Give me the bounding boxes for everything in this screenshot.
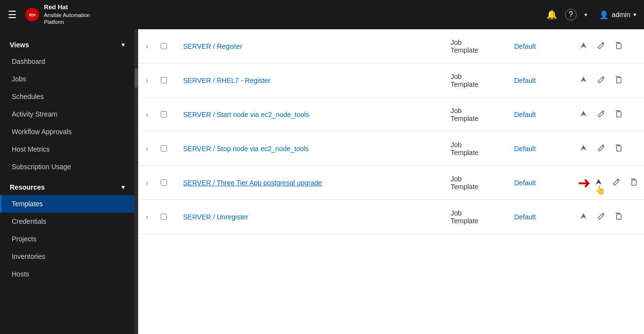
row-type: Job Template	[451, 175, 514, 191]
sidebar-item-activity-stream[interactable]: Activity Stream	[0, 105, 134, 123]
hamburger-menu[interactable]: ☰	[8, 9, 17, 20]
main-layout: Views ▾ Dashboard Jobs Schedules Activit…	[0, 29, 644, 334]
copy-button[interactable]	[613, 210, 624, 224]
user-caret-icon: ▾	[633, 11, 636, 18]
template-link[interactable]: SERVER / Stop node via ec2_node_tools	[183, 145, 309, 153]
redhat-logo-icon: RH	[24, 7, 40, 22]
template-link[interactable]: SERVER / Register	[183, 42, 242, 50]
svg-text:RH: RH	[29, 13, 36, 18]
sidebar-views-header[interactable]: Views ▾	[0, 37, 134, 53]
main-content: › SERVER / Register Job Template Default	[138, 29, 644, 334]
svg-rect-2	[617, 43, 621, 49]
row-checkbox[interactable]	[161, 214, 175, 220]
row-org: Default	[514, 76, 578, 85]
row-expand-btn[interactable]: ›	[146, 111, 161, 118]
org-link[interactable]: Default	[514, 42, 536, 50]
edit-button[interactable]	[595, 74, 607, 87]
launch-button[interactable]: 👆	[593, 176, 604, 190]
row-expand-btn[interactable]: ›	[146, 213, 161, 221]
launch-button[interactable]	[578, 108, 589, 121]
row-type: Job Template	[451, 107, 514, 122]
row-org: Default	[514, 42, 578, 51]
svg-rect-7	[617, 214, 621, 219]
copy-button[interactable]	[628, 176, 640, 190]
user-name-label: admin	[612, 11, 630, 19]
template-link[interactable]: SERVER / Three Tier App postgresql upgra…	[183, 179, 322, 187]
templates-table: › SERVER / Register Job Template Default	[138, 29, 644, 234]
edit-button[interactable]	[595, 39, 607, 53]
table-row-highlighted: › SERVER / Three Tier App postgresql upg…	[138, 166, 644, 200]
row-type: Job Template	[451, 39, 514, 54]
edit-button[interactable]	[595, 108, 607, 121]
notifications-bell-icon[interactable]: 🔔	[546, 9, 557, 20]
template-link[interactable]: SERVER / RHEL7 - Register	[183, 77, 270, 84]
top-navigation: ☰ RH Red Hat Ansible Automation Platform…	[0, 0, 644, 29]
table-row: › SERVER / RHEL7 - Register Job Template…	[138, 63, 644, 98]
sidebar-item-workflow-approvals[interactable]: Workflow Approvals	[0, 123, 134, 140]
row-expand-btn[interactable]: ›	[146, 42, 161, 50]
nav-icons-group: 🔔 ? ▾ 👤 admin ▾	[546, 9, 636, 20]
sidebar-item-hosts[interactable]: Hosts	[0, 265, 134, 283]
copy-button[interactable]	[613, 108, 624, 121]
row-expand-btn[interactable]: ›	[146, 179, 161, 187]
row-actions	[578, 108, 636, 121]
sidebar-item-credentials[interactable]: Credentials	[0, 213, 134, 230]
sidebar-item-subscription-usage[interactable]: Subscription Usage	[0, 158, 134, 176]
row-expand-btn[interactable]: ›	[146, 77, 161, 84]
edit-button[interactable]	[595, 142, 607, 156]
row-org: Default	[514, 110, 578, 119]
row-type: Job Template	[451, 141, 514, 157]
table-row: › SERVER / Unregister Job Template Defau…	[138, 200, 644, 234]
org-link[interactable]: Default	[514, 111, 536, 118]
help-icon[interactable]: ?	[565, 9, 577, 20]
sidebar-item-projects[interactable]: Projects	[0, 230, 134, 248]
svg-rect-3	[617, 78, 621, 83]
brand-logo-area: RH Red Hat Ansible Automation Platform	[24, 3, 90, 25]
template-link[interactable]: SERVER / Unregister	[183, 213, 249, 221]
org-link[interactable]: Default	[514, 179, 536, 187]
copy-button[interactable]	[613, 39, 624, 53]
sidebar-item-schedules[interactable]: Schedules	[0, 88, 134, 105]
launch-button[interactable]	[578, 210, 589, 224]
row-name: SERVER / Start node via ec2_node_tools	[175, 106, 451, 123]
sidebar-item-jobs[interactable]: Jobs	[0, 70, 134, 88]
copy-button[interactable]	[613, 142, 624, 156]
org-link[interactable]: Default	[514, 213, 536, 221]
sidebar-scroll-handle[interactable]	[134, 29, 138, 334]
red-arrow-indicator: ➜	[578, 174, 591, 192]
table-row: › SERVER / Register Job Template Default	[138, 29, 644, 63]
row-name: SERVER / Register	[175, 38, 451, 55]
row-org: Default	[514, 213, 578, 221]
user-profile-icon: 👤	[599, 10, 609, 20]
sidebar-item-dashboard[interactable]: Dashboard	[0, 53, 134, 70]
row-checkbox[interactable]	[161, 145, 175, 152]
row-expand-btn[interactable]: ›	[146, 145, 161, 153]
launch-button[interactable]	[578, 39, 589, 53]
row-type: Job Template	[451, 73, 514, 88]
sidebar: Views ▾ Dashboard Jobs Schedules Activit…	[0, 29, 134, 334]
sidebar-item-host-metrics[interactable]: Host Metrics	[0, 140, 134, 158]
launch-button[interactable]	[578, 74, 589, 87]
user-menu[interactable]: 👤 admin ▾	[599, 10, 636, 20]
template-link[interactable]: SERVER / Start node via ec2_node_tools	[183, 111, 309, 118]
edit-button[interactable]	[610, 176, 622, 190]
row-checkbox[interactable]	[161, 43, 175, 49]
views-caret-icon: ▾	[122, 41, 125, 48]
org-link[interactable]: Default	[514, 145, 536, 153]
edit-button[interactable]	[595, 210, 607, 224]
row-checkbox[interactable]	[161, 179, 175, 186]
row-actions	[578, 210, 636, 224]
sidebar-resources-header[interactable]: Resources ▾	[0, 179, 134, 195]
copy-button[interactable]	[613, 74, 624, 87]
row-checkbox[interactable]	[161, 111, 175, 118]
row-actions	[578, 142, 636, 156]
launch-button[interactable]	[578, 142, 589, 156]
sidebar-item-templates[interactable]: Templates	[0, 195, 134, 213]
row-name: SERVER / Unregister	[175, 209, 451, 225]
row-actions	[578, 74, 636, 87]
row-checkbox[interactable]	[161, 77, 175, 83]
help-caret-icon[interactable]: ▾	[584, 12, 587, 18]
sidebar-item-inventories[interactable]: Inventories	[0, 248, 134, 265]
org-link[interactable]: Default	[514, 77, 536, 84]
brand-text: Red Hat Ansible Automation Platform	[44, 3, 90, 25]
